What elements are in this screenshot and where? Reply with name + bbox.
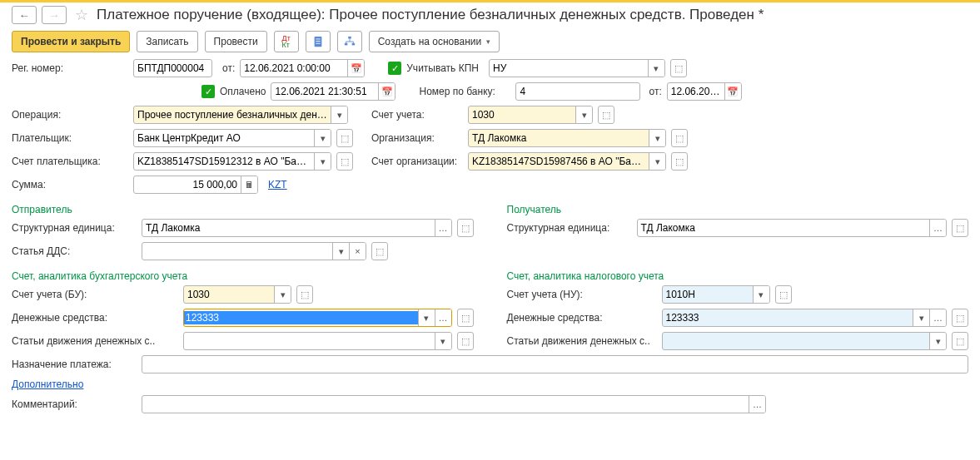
open-icon[interactable]: ⬚ bbox=[457, 309, 474, 327]
more-icon[interactable]: … bbox=[749, 396, 765, 413]
bank-date-input[interactable]: 12.06.2021📅 bbox=[667, 82, 742, 101]
dropdown-icon[interactable]: ▾ bbox=[314, 130, 331, 146]
debit-credit-button[interactable]: ДтКт bbox=[274, 31, 299, 52]
open-icon[interactable]: ⬚ bbox=[775, 285, 792, 304]
favorite-star-icon[interactable]: ☆ bbox=[75, 6, 88, 24]
operation-label: Операция: bbox=[12, 109, 128, 121]
svg-rect-1 bbox=[316, 39, 320, 40]
dropdown-icon[interactable]: ▾ bbox=[753, 286, 769, 303]
dropdown-icon[interactable]: ▾ bbox=[332, 243, 349, 260]
open-icon[interactable]: ⬚ bbox=[952, 332, 968, 350]
dropdown-icon[interactable]: ▾ bbox=[649, 130, 665, 146]
sum-input[interactable]: 15 000,00🖩 bbox=[133, 176, 258, 194]
dropdown-icon[interactable]: ▾ bbox=[648, 60, 664, 77]
purpose-input[interactable] bbox=[142, 355, 968, 373]
move-nu-input[interactable]: ▾ bbox=[662, 332, 948, 350]
purpose-label: Назначение платежа: bbox=[12, 359, 137, 370]
more-link[interactable]: Дополнительно bbox=[12, 378, 83, 390]
bank-from-label: от: bbox=[649, 86, 661, 97]
acc-bu-input[interactable]: 1030▾ bbox=[183, 285, 291, 304]
svg-rect-3 bbox=[316, 43, 320, 44]
dropdown-icon[interactable]: ▾ bbox=[331, 106, 347, 123]
open-icon[interactable]: ⬚ bbox=[336, 129, 353, 147]
receiver-unit-input[interactable]: ТД Лакомка… bbox=[637, 219, 948, 237]
account-label: Счет учета: bbox=[371, 109, 463, 121]
open-icon[interactable]: ⬚ bbox=[296, 285, 313, 304]
open-icon[interactable]: ⬚ bbox=[457, 332, 474, 350]
clear-icon[interactable]: × bbox=[349, 243, 366, 260]
more-icon[interactable]: … bbox=[435, 220, 451, 236]
consider-kpn-label: Учитывать КПН bbox=[406, 62, 479, 74]
org-input[interactable]: ТД Лакомка▾ bbox=[468, 129, 666, 147]
operation-input[interactable]: Прочее поступление безналичных денежны▾ bbox=[133, 106, 348, 124]
bank-no-label: Номер по банку: bbox=[419, 86, 510, 97]
paid-date-input[interactable]: 12.06.2021 21:30:51📅 bbox=[271, 82, 395, 101]
post-and-close-button[interactable]: Провести и закрыть bbox=[12, 31, 130, 52]
cash-nu-input[interactable]: 123333▾… bbox=[662, 309, 948, 327]
payer-label: Плательщик: bbox=[12, 132, 128, 144]
acc-nu-label: Счет учета (НУ): bbox=[507, 289, 657, 300]
currency-link[interactable]: KZT bbox=[268, 179, 287, 190]
payer-acc-input[interactable]: KZ18385147SD15912312 в АО "Банк Центр▾ bbox=[133, 152, 331, 171]
sum-label: Сумма: bbox=[12, 179, 128, 190]
open-icon[interactable]: ⬚ bbox=[671, 152, 688, 171]
calendar-icon[interactable]: 📅 bbox=[378, 83, 395, 100]
calendar-icon[interactable]: 📅 bbox=[347, 60, 364, 77]
open-icon[interactable]: ⬚ bbox=[952, 219, 968, 237]
open-icon[interactable]: ⬚ bbox=[457, 219, 474, 237]
receiver-title: Получатель bbox=[507, 204, 969, 215]
acc-bu-label: Счет учета (БУ): bbox=[12, 289, 178, 300]
consider-kpn-checkbox[interactable]: ✓ bbox=[388, 62, 401, 75]
tree-icon bbox=[344, 36, 356, 47]
dropdown-icon[interactable]: ▾ bbox=[575, 106, 592, 123]
paid-label: Оплачено bbox=[220, 86, 266, 97]
nav-forward-button[interactable]: → bbox=[42, 6, 67, 24]
tax-type-input[interactable]: НУ▾ bbox=[489, 59, 665, 77]
open-icon[interactable]: ⬚ bbox=[598, 106, 614, 124]
cash-bu-input[interactable]: 123333▾… bbox=[183, 309, 452, 327]
calendar-icon[interactable]: 📅 bbox=[724, 83, 741, 100]
dropdown-icon[interactable]: ▾ bbox=[913, 309, 929, 326]
paid-checkbox[interactable]: ✓ bbox=[201, 85, 215, 98]
dropdown-icon[interactable]: ▾ bbox=[435, 333, 451, 349]
write-button[interactable]: Записать bbox=[137, 31, 197, 52]
move-nu-label: Статьи движения денежных с.. bbox=[507, 335, 657, 347]
open-icon[interactable]: ⬚ bbox=[670, 59, 687, 77]
payer-input[interactable]: Банк ЦентрКредит АО▾ bbox=[133, 129, 331, 147]
reg-date-input[interactable]: 12.06.2021 0:00:00📅 bbox=[240, 59, 365, 77]
more-icon[interactable]: … bbox=[435, 309, 451, 326]
nav-back-button[interactable]: ← bbox=[12, 6, 37, 24]
bank-no-input[interactable]: 4 bbox=[515, 82, 640, 101]
dropdown-icon[interactable]: ▾ bbox=[274, 286, 291, 303]
more-icon[interactable]: … bbox=[929, 309, 946, 326]
open-icon[interactable]: ⬚ bbox=[671, 129, 688, 147]
report-button[interactable] bbox=[306, 31, 331, 52]
more-icon[interactable]: … bbox=[929, 220, 946, 236]
reg-no-input[interactable]: БПТДП000004 bbox=[133, 59, 212, 77]
org-acc-input[interactable]: KZ18385147SD15987456 в АО "Банк Ц▾ bbox=[468, 152, 666, 171]
move-bu-input[interactable]: ▾ bbox=[183, 332, 452, 350]
document-icon bbox=[312, 36, 324, 47]
acc-nu-input[interactable]: 1010Н▾ bbox=[662, 285, 770, 304]
move-bu-label: Статьи движения денежных с.. bbox=[12, 335, 178, 347]
open-icon[interactable]: ⬚ bbox=[371, 242, 388, 260]
sender-title: Отправитель bbox=[12, 204, 474, 215]
calculator-icon[interactable]: 🖩 bbox=[241, 176, 257, 193]
dds-input[interactable]: ▾× bbox=[142, 242, 366, 260]
dropdown-icon[interactable]: ▾ bbox=[418, 309, 435, 326]
dropdown-icon[interactable]: ▾ bbox=[649, 153, 665, 170]
from-label: от: bbox=[222, 62, 235, 74]
payer-acc-label: Счет плательщика: bbox=[12, 156, 128, 167]
post-button[interactable]: Провести bbox=[205, 31, 267, 52]
dropdown-icon[interactable]: ▾ bbox=[314, 153, 331, 170]
create-based-on-button[interactable]: Создать на основании bbox=[369, 31, 500, 52]
structure-button[interactable] bbox=[337, 31, 362, 52]
receiver-unit-label: Структурная единица: bbox=[507, 222, 632, 234]
sender-unit-input[interactable]: ТД Лакомка… bbox=[142, 219, 452, 237]
open-icon[interactable]: ⬚ bbox=[952, 309, 968, 327]
account-input[interactable]: 1030▾ bbox=[468, 106, 593, 124]
comment-input[interactable]: … bbox=[142, 395, 766, 413]
open-icon[interactable]: ⬚ bbox=[336, 152, 353, 171]
cash-nu-label: Денежные средства: bbox=[507, 312, 657, 324]
dropdown-icon[interactable]: ▾ bbox=[929, 333, 946, 349]
